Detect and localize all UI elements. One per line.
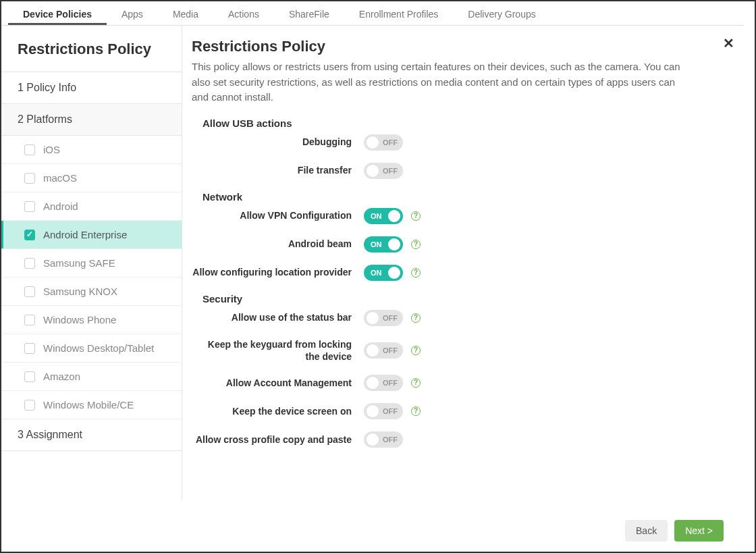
- platform-label: Windows Desktop/Tablet: [43, 342, 154, 354]
- platform-windows-mobile[interactable]: Windows Mobile/CE: [1, 391, 182, 419]
- platform-amazon[interactable]: Amazon: [1, 363, 182, 391]
- toggle-account-management[interactable]: OFF: [364, 375, 403, 391]
- toggle-status-bar[interactable]: OFF: [364, 310, 403, 326]
- label-vpn: Allow VPN Configuration: [192, 209, 364, 221]
- help-icon[interactable]: ?: [411, 268, 421, 278]
- checkbox-icon[interactable]: [24, 258, 35, 269]
- platform-label: Samsung SAFE: [43, 257, 115, 269]
- checkbox-icon[interactable]: [24, 343, 35, 354]
- tab-actions[interactable]: Actions: [213, 3, 274, 25]
- toggle-screen-on[interactable]: OFF: [364, 403, 403, 419]
- sidebar-step-platforms[interactable]: 2 Platforms: [1, 104, 182, 136]
- help-icon[interactable]: ?: [411, 378, 421, 388]
- tab-enrollment-profiles[interactable]: Enrollment Profiles: [344, 3, 454, 25]
- sidebar-step-policy-info[interactable]: 1 Policy Info: [1, 72, 182, 104]
- section-network: Network: [202, 191, 726, 203]
- label-file-transfer: File transfer: [192, 164, 364, 176]
- platform-windows-phone[interactable]: Windows Phone: [1, 306, 182, 334]
- help-icon[interactable]: ?: [411, 406, 421, 416]
- label-android-beam: Android beam: [192, 238, 364, 250]
- platform-label: Windows Phone: [43, 314, 116, 325]
- label-screen-on: Keep the device screen on: [192, 405, 364, 417]
- platform-macos[interactable]: macOS: [1, 164, 182, 192]
- footer-actions: Back Next >: [625, 520, 724, 542]
- help-icon[interactable]: ?: [411, 313, 421, 323]
- platform-label: Android: [43, 201, 78, 212]
- checkbox-icon[interactable]: [24, 230, 35, 240]
- top-tabs: Device Policies Apps Media Actions Share…: [1, 1, 744, 26]
- toggle-location-provider[interactable]: ON: [364, 265, 403, 281]
- checkbox-icon[interactable]: [24, 315, 35, 325]
- platform-android[interactable]: Android: [1, 192, 182, 221]
- page-title: Restrictions Policy: [192, 38, 726, 55]
- sidebar: Restrictions Policy 1 Policy Info 2 Plat…: [1, 26, 182, 500]
- toggle-file-transfer[interactable]: OFF: [364, 163, 403, 179]
- platform-windows-desktop[interactable]: Windows Desktop/Tablet: [1, 334, 182, 363]
- toggle-debugging[interactable]: OFF: [364, 134, 403, 151]
- main-content: ✕ Restrictions Policy This policy allows…: [182, 26, 744, 500]
- platform-samsung-knox[interactable]: Samsung KNOX: [1, 278, 182, 306]
- label-location-provider: Allow configuring location provider: [192, 266, 364, 278]
- platform-android-enterprise[interactable]: Android Enterprise: [1, 221, 182, 249]
- toggle-keyguard[interactable]: OFF: [364, 342, 403, 359]
- toggle-android-beam[interactable]: ON: [364, 236, 403, 253]
- platform-label: macOS: [43, 172, 77, 184]
- platform-samsung-safe[interactable]: Samsung SAFE: [1, 249, 182, 278]
- checkbox-icon[interactable]: [24, 144, 35, 155]
- tab-device-policies[interactable]: Device Policies: [8, 3, 107, 25]
- tab-media[interactable]: Media: [158, 3, 213, 25]
- back-button[interactable]: Back: [625, 520, 668, 542]
- checkbox-icon[interactable]: [24, 371, 35, 382]
- next-button[interactable]: Next >: [674, 520, 724, 542]
- label-copy-paste: Allow cross profile copy and paste: [192, 433, 364, 446]
- help-icon[interactable]: ?: [411, 240, 421, 249]
- page-description: This policy allows or restricts users fr…: [192, 59, 691, 105]
- platform-label: Amazon: [43, 371, 80, 382]
- toggle-copy-paste[interactable]: OFF: [364, 431, 403, 448]
- help-icon[interactable]: ?: [411, 211, 421, 221]
- platform-label: Android Enterprise: [43, 229, 127, 240]
- sidebar-step-assignment[interactable]: 3 Assignment: [1, 419, 182, 451]
- section-security: Security: [202, 293, 726, 305]
- checkbox-icon[interactable]: [24, 286, 35, 297]
- label-debugging: Debugging: [192, 136, 364, 148]
- platform-label: Samsung KNOX: [43, 286, 117, 297]
- checkbox-icon[interactable]: [24, 400, 35, 411]
- platform-label: iOS: [43, 144, 60, 155]
- close-icon[interactable]: ✕: [723, 35, 734, 51]
- label-keyguard: Keep the keyguard from locking the devic…: [192, 338, 364, 363]
- label-status-bar: Allow use of the status bar: [192, 311, 364, 323]
- checkbox-icon[interactable]: [24, 201, 35, 212]
- platform-ios[interactable]: iOS: [1, 136, 182, 164]
- tab-apps[interactable]: Apps: [107, 3, 158, 25]
- label-account-management: Allow Account Management: [192, 377, 364, 389]
- tab-sharefile[interactable]: ShareFile: [274, 3, 344, 25]
- platform-label: Windows Mobile/CE: [43, 399, 134, 411]
- checkbox-icon[interactable]: [24, 173, 35, 184]
- tab-delivery-groups[interactable]: Delivery Groups: [453, 3, 550, 25]
- toggle-vpn[interactable]: ON: [364, 208, 403, 224]
- help-icon[interactable]: ?: [411, 346, 421, 355]
- section-usb: Allow USB actions: [202, 117, 726, 129]
- sidebar-title: Restrictions Policy: [1, 26, 182, 72]
